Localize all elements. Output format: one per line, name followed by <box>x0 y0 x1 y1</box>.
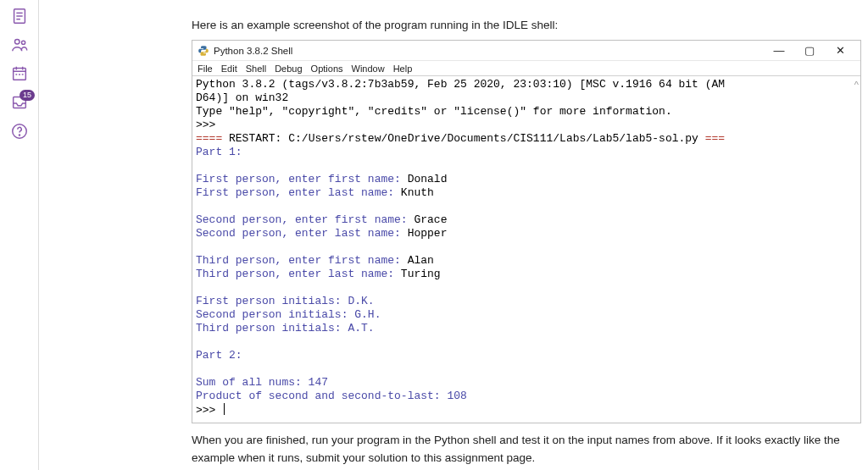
menu-help[interactable]: Help <box>393 64 413 74</box>
shell-prompt: >>> <box>196 404 222 417</box>
shell-line: Part 1: <box>196 146 242 158</box>
calendar-icon <box>10 64 29 83</box>
scrollbar-hint[interactable]: ^ <box>854 78 859 91</box>
outro-text: When you are finished, run your program … <box>192 432 860 467</box>
menu-window[interactable]: Window <box>352 64 385 74</box>
main-content: Here is an example screenshot of the pro… <box>39 0 868 467</box>
shell-line: ==== <box>196 132 229 145</box>
svg-point-15 <box>19 135 19 135</box>
intro-text: Here is an example screenshot of the pro… <box>192 19 860 31</box>
window-maximize-button[interactable]: ▢ <box>794 41 825 60</box>
menu-shell[interactable]: Shell <box>246 64 266 74</box>
shell-input: Donald <box>401 173 448 185</box>
menu-edit[interactable]: Edit <box>221 64 237 74</box>
shell-line: Python 3.8.2 (tags/v3.8.2:7b3ab59, Feb 2… <box>196 78 725 91</box>
left-sidebar: 15 <box>0 0 39 470</box>
shell-input: Knuth <box>394 186 434 199</box>
window-minimize-button[interactable]: — <box>764 41 794 60</box>
svg-point-5 <box>21 41 25 44</box>
shell-input: Hopper <box>401 227 448 240</box>
shell-line: RESTART: C:/Users/rstew/OneDrive/Documen… <box>229 132 698 145</box>
shell-prompt: >>> <box>196 119 215 131</box>
text-cursor <box>224 403 225 415</box>
python-icon <box>198 45 209 57</box>
shell-line: Second person, enter first name: <box>196 213 408 226</box>
inbox-badge: 15 <box>19 90 35 101</box>
window-title: Python 3.8.2 Shell <box>214 46 292 56</box>
shell-input: Grace <box>408 213 448 226</box>
window-titlebar: Python 3.8.2 Shell — ▢ ✕ <box>192 41 860 61</box>
window-close-button[interactable]: ✕ <box>825 41 855 60</box>
shell-line: First person initials: D.K. <box>196 295 375 307</box>
idle-shell-window: Python 3.8.2 Shell — ▢ ✕ File Edit Shell… <box>192 40 861 423</box>
sidebar-tool-inbox[interactable]: 15 <box>0 88 39 117</box>
sidebar-tool-help[interactable] <box>0 117 39 146</box>
shell-input: Alan <box>401 254 434 267</box>
shell-line: First person, enter last name: <box>196 186 394 199</box>
shell-line: First person, enter first name: <box>196 173 401 185</box>
shell-line: Third person initials: A.T. <box>196 322 375 335</box>
help-icon <box>10 122 29 141</box>
shell-line: Sum of all nums: 147 <box>196 376 328 389</box>
menu-options[interactable]: Options <box>311 64 343 74</box>
menu-file[interactable]: File <box>198 64 213 74</box>
shell-line: Second person initials: G.H. <box>196 308 381 321</box>
sidebar-tool-calendar[interactable] <box>0 59 39 88</box>
window-menubar: File Edit Shell Debug Options Window Hel… <box>192 61 860 76</box>
people-icon <box>10 36 29 54</box>
shell-line: Part 2: <box>196 349 242 362</box>
shell-line: D64)] on win32 <box>196 91 288 104</box>
shell-line: Type "help", "copyright", "credits" or "… <box>196 105 672 118</box>
sidebar-tool-people[interactable] <box>0 30 39 59</box>
shell-input: Turing <box>394 268 441 280</box>
shell-line: Second person, enter last name: <box>196 227 401 240</box>
shell-line: Product of second and second-to-last: 10… <box>196 390 467 402</box>
svg-point-4 <box>15 40 20 45</box>
document-icon <box>10 7 29 25</box>
menu-debug[interactable]: Debug <box>275 64 302 74</box>
shell-output[interactable]: ^Python 3.8.2 (tags/v3.8.2:7b3ab59, Feb … <box>192 76 860 423</box>
sidebar-tool-document[interactable] <box>0 2 39 30</box>
shell-line: Third person, enter first name: <box>196 254 401 267</box>
shell-line: Third person, enter last name: <box>196 268 394 280</box>
shell-line: === <box>698 132 725 145</box>
